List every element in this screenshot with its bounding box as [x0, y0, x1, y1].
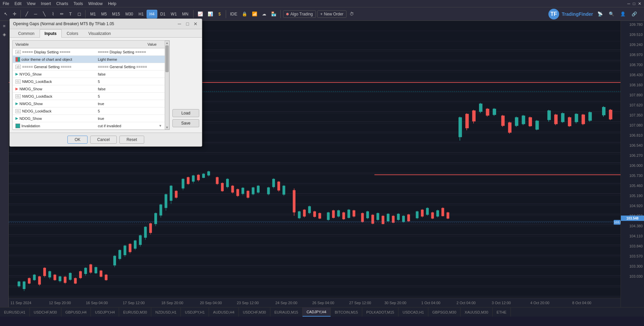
cell-val-4[interactable]: 5 [95, 79, 165, 84]
table-row[interactable]: 01 NWOG_LookBack 5 [13, 93, 165, 100]
tf-m5[interactable]: M5 [99, 10, 109, 18]
cell-val-5[interactable]: false [95, 86, 165, 92]
cell-val-3[interactable]: false [95, 72, 165, 77]
invalidation-dropdown[interactable]: cut if invalided ▼ [98, 124, 162, 128]
window-close[interactable]: ✕ [638, 1, 641, 6]
table-row[interactable]: ▶ NMOG_Show false [13, 85, 165, 93]
price-25: 103.300 [629, 264, 643, 268]
text-tool[interactable]: T [67, 9, 74, 19]
ide-btn[interactable]: IDE [228, 9, 239, 19]
dialog-close-btn[interactable]: ✕ [193, 21, 199, 27]
tab-usdchf-m30[interactable]: USDCHF,M30 [30, 308, 61, 317]
new-order-btn[interactable]: + New Order [317, 10, 346, 18]
tab-colors[interactable]: Colors [62, 29, 84, 38]
arrow-tool[interactable]: ↖ [2, 9, 9, 19]
table-row[interactable]: ▶ NWOG_Show true [13, 100, 165, 107]
cell-val-7[interactable]: true [95, 101, 165, 106]
menu-insert[interactable]: Insert [41, 1, 51, 6]
menu-edit[interactable]: Edit [14, 1, 21, 6]
shapes-tool[interactable]: ◻ [75, 9, 83, 19]
reset-btn[interactable]: Reset [119, 136, 144, 144]
account-icon[interactable]: 👤 [619, 9, 627, 19]
load-btn[interactable]: Load [172, 109, 199, 117]
tf-h4[interactable]: H4 [147, 10, 157, 18]
window-minimize[interactable]: ─ [627, 1, 630, 6]
cell-val-10[interactable]: cut if invalided ▼ [95, 123, 165, 129]
scroll-down-arrow[interactable]: ▼ [165, 126, 169, 129]
tab-audusd-h4[interactable]: AUDUSD,H4 [209, 308, 239, 317]
tab-usdjpy-h4[interactable]: USDJPY,H4 [91, 308, 119, 317]
table-header: Variable Value [13, 41, 165, 48]
table-row[interactable]: color theme of chart and object Light th… [13, 56, 165, 63]
dialog-minimize-btn[interactable]: ─ [176, 21, 182, 27]
tpsl-tool[interactable]: $ [216, 9, 223, 19]
tab-cadjpy-h4[interactable]: CADJPY,H4 [303, 308, 331, 317]
trendline-tool[interactable]: ╲ [41, 9, 48, 19]
tab-visualization[interactable]: Visualization [83, 29, 116, 38]
search-icon[interactable]: 🔍 [607, 9, 616, 19]
tab-usdcad-h1[interactable]: USDCAD,H1 [398, 308, 428, 317]
menu-charts[interactable]: Charts [56, 1, 68, 6]
tab-polkadot-m15[interactable]: POLKADOT,M15 [362, 308, 398, 317]
tab-eurusd-m30[interactable]: EURUSD,M30 [119, 308, 151, 317]
channel-tool[interactable]: ⌇ [49, 9, 57, 19]
tf-m1[interactable]: M1 [88, 10, 98, 18]
table-row[interactable]: 01 NDOG_LookBack 5 [13, 107, 165, 115]
history-btn[interactable]: ⏱ [348, 9, 356, 19]
indicators[interactable]: 📊 [206, 9, 215, 19]
table-row[interactable]: 01 NMOG_LookBack 5 [13, 78, 165, 85]
tab-usdchf-m30-2[interactable]: USDCHF,M30 [239, 308, 270, 317]
tab-euraud-m15[interactable]: EURAUD,M15 [270, 308, 303, 317]
algo-trading-btn[interactable]: Algo Trading [283, 10, 316, 18]
tab-eurusd-h1[interactable]: EURUSD,H1 [0, 308, 30, 317]
cloud-btn[interactable]: ☁ [260, 9, 268, 19]
tab-xauusd-m30[interactable]: XAUUSD,M30 [461, 308, 492, 317]
tf-h1[interactable]: H1 [136, 10, 146, 18]
menu-tools[interactable]: Tools [73, 1, 83, 6]
tf-w1[interactable]: W1 [168, 10, 179, 18]
window-maximize[interactable]: □ [633, 1, 635, 6]
tab-usdjpy-h1[interactable]: USDJPY,H1 [181, 308, 209, 317]
tab-common[interactable]: Common [13, 29, 40, 38]
tab-inputs[interactable]: Inputs [40, 29, 62, 38]
scrollbar[interactable]: ▲ ▼ [165, 41, 169, 130]
signal-btn[interactable]: 📶 [250, 9, 259, 19]
hline-tool[interactable]: ─ [32, 9, 39, 19]
tab-nzdusd-h1[interactable]: NZDUSD,H1 [151, 308, 181, 317]
navigator-icon[interactable]: ≡ [1, 22, 8, 30]
connect-icon[interactable]: 🔗 [630, 9, 639, 19]
menu-help[interactable]: Help [108, 1, 116, 6]
table-row[interactable]: ▶ NYOG_Show false [13, 71, 165, 78]
cell-val-6[interactable]: 5 [95, 94, 165, 99]
tab-bitcoin-m15[interactable]: BITCOIN,M15 [331, 308, 362, 317]
menu-file[interactable]: File [3, 1, 9, 6]
table-row[interactable]: ▶ NDOG_Show true [13, 115, 165, 122]
cell-val-1[interactable]: Light theme [95, 57, 165, 62]
tf-mn[interactable]: MN [180, 10, 191, 18]
cell-val-8[interactable]: 5 [95, 108, 165, 114]
lock-btn[interactable]: 🔒 [240, 9, 249, 19]
scroll-up-arrow[interactable]: ▲ [165, 41, 169, 45]
market-btn[interactable]: 🏪 [269, 9, 278, 19]
menu-view[interactable]: View [27, 1, 36, 6]
market-watch-icon[interactable]: ◈ [1, 31, 8, 38]
tf-m15[interactable]: M15 [110, 10, 122, 18]
scroll-thumb[interactable] [165, 45, 169, 72]
tab-ethe[interactable]: ETHE [493, 308, 511, 317]
dialog-maximize-btn[interactable]: □ [184, 21, 191, 27]
chart-type[interactable]: 📈 [196, 9, 205, 19]
brush-tool[interactable]: ✏ [58, 9, 65, 19]
crosshair-tool[interactable]: ✛ [11, 9, 18, 19]
save-btn[interactable]: Save [172, 119, 199, 127]
signals-icon[interactable]: 📡 [596, 9, 604, 19]
ok-btn[interactable]: OK [67, 136, 87, 144]
tab-gbpsgd-m30[interactable]: GBPSGD,M30 [428, 308, 461, 317]
cell-val-9[interactable]: true [95, 116, 165, 121]
menu-window[interactable]: Window [88, 1, 103, 6]
line-tool[interactable]: ╱ [23, 9, 31, 19]
tf-m30[interactable]: M30 [123, 10, 136, 18]
cancel-btn[interactable]: Cancel [90, 136, 117, 144]
table-row[interactable]: Invalidation cut if invalided ▼ [13, 122, 165, 130]
tab-gbpusd-h4[interactable]: GBPUSD,H4 [61, 308, 91, 317]
tf-d1[interactable]: D1 [158, 10, 168, 18]
